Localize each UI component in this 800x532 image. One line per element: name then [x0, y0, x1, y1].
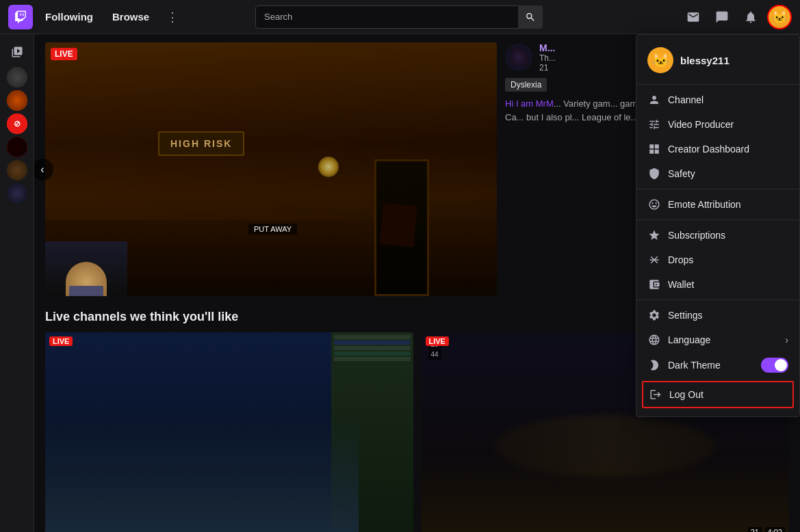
star-icon: [647, 228, 661, 242]
moon-icon: [647, 358, 661, 372]
search-button[interactable]: [518, 5, 543, 29]
webcam-person: [45, 241, 127, 296]
card-duration-2: 4:02: [765, 527, 785, 532]
sidebar-avatar-2[interactable]: [7, 90, 27, 111]
stream-desc-highlight: Hi I am MrM: [505, 98, 554, 109]
inbox-button[interactable]: [681, 5, 706, 29]
sidebar: ⊘: [0, 34, 34, 532]
card-live-badge-1: LIVE: [49, 336, 73, 346]
emoji-icon: [647, 198, 661, 211]
sidebar-avatar-3[interactable]: ⊘: [7, 114, 27, 134]
dropdown-wallet-label: Wallet: [668, 279, 694, 290]
channel-header: M... Th... 21: [505, 42, 656, 72]
dropdown-item-dark-theme[interactable]: Dark Theme: [636, 352, 799, 378]
dropdown-user-avatar: 🐱: [647, 47, 673, 73]
dropdown-item-subscriptions[interactable]: Subscriptions: [636, 223, 799, 248]
dropdown-divider-1: [636, 84, 799, 85]
high-risk-sign: HIGH RISK: [158, 131, 244, 156]
sidebar-avatar-5[interactable]: [7, 160, 27, 181]
channel-card-1[interactable]: LIVE: [45, 332, 413, 532]
webcam-overlay: [45, 241, 127, 296]
more-nav-button[interactable]: ⋮: [162, 6, 183, 28]
gear-icon: [647, 308, 661, 322]
chat-icon: [715, 10, 729, 24]
live-badge: LIVE: [51, 48, 77, 60]
light-fixture: [318, 157, 339, 177]
dropdown-item-language[interactable]: Language ›: [636, 328, 799, 352]
card-live-badge-2: LIVE: [426, 336, 449, 346]
nav-right-icons: 🐱: [681, 5, 792, 29]
dropdown-safety-label: Safety: [668, 168, 695, 179]
sidebar-avatar-4[interactable]: [7, 137, 27, 157]
stream-video-section: HIGH RISK PUT AWAY: [45, 42, 497, 296]
dropdown-item-drops[interactable]: Drops: [636, 248, 799, 272]
dropdown-logout-label: Log Out: [669, 389, 704, 400]
dropdown-item-video-producer[interactable]: Video Producer: [636, 112, 799, 137]
video-player[interactable]: HIGH RISK PUT AWAY: [45, 42, 497, 296]
sliders-icon: [647, 118, 661, 131]
dropdown-divider-4: [636, 300, 799, 300]
user-dropdown-menu: 🐱 blessy211 Channel Video Producer Creat…: [636, 34, 800, 417]
dropdown-item-settings[interactable]: Settings: [636, 303, 799, 328]
sidebar-video-icon[interactable]: [5, 40, 29, 64]
dropdown-video-producer-label: Video Producer: [668, 119, 734, 130]
dropdown-item-safety[interactable]: Safety: [636, 161, 799, 186]
following-nav-link[interactable]: Following: [38, 7, 100, 27]
globe-icon: [647, 333, 661, 347]
dropdown-item-creator-dashboard[interactable]: Creator Dashboard: [636, 137, 799, 161]
dropdown-item-wallet[interactable]: Wallet: [636, 272, 799, 297]
search-container: [255, 5, 543, 29]
user-avatar-button[interactable]: 🐱: [767, 5, 792, 29]
twitch-logo[interactable]: [8, 5, 33, 29]
dropdown-drops-label: Drops: [668, 254, 693, 265]
sidebar-avatar-1[interactable]: [7, 67, 27, 88]
dark-theme-toggle[interactable]: [761, 358, 788, 373]
dropdown-user-section: 🐱 blessy211: [636, 40, 799, 81]
person-icon: [647, 93, 661, 107]
sidebar-avatar-6[interactable]: [7, 183, 27, 204]
dropdown-divider-2: [636, 189, 799, 189]
search-input[interactable]: [255, 5, 543, 29]
stream-description: Hi I am MrM... Variety gam... game is Ca…: [505, 97, 656, 124]
dyslexia-tag[interactable]: Dyslexia: [505, 78, 547, 92]
dropdown-channel-label: Channel: [668, 94, 704, 105]
dropdown-item-channel[interactable]: Channel: [636, 88, 799, 112]
video-icon: [11, 46, 23, 58]
stream-info-panel: M... Th... 21 Dyslexia Hi I am MrM... Va…: [505, 42, 656, 296]
card-viewers-2: 21: [748, 527, 762, 532]
dropdown-dark-theme-label: Dark Theme: [668, 360, 721, 371]
top-navigation: Following Browse ⋮ 🐱: [0, 0, 800, 34]
dropdown-item-emote[interactable]: Emote Attribution: [636, 192, 799, 217]
twitch-icon: [13, 10, 28, 25]
browse-nav-link[interactable]: Browse: [105, 7, 156, 27]
dropdown-subscriptions-label: Subscriptions: [668, 230, 725, 241]
inbox-icon: [686, 10, 700, 24]
dropdown-settings-label: Settings: [668, 310, 703, 321]
svg-rect-0: [649, 259, 659, 261]
dropdown-creator-dashboard-label: Creator Dashboard: [668, 144, 749, 155]
thumb-bg-1: [45, 332, 413, 532]
dropdown-divider-3: [636, 220, 799, 220]
dropdown-language-label: Language: [668, 334, 710, 345]
wallet-icon: [647, 278, 661, 291]
channel-thumb-1: LIVE: [45, 332, 413, 532]
notifications-button[interactable]: [738, 5, 763, 29]
dropdown-item-logout[interactable]: Log Out: [642, 381, 794, 408]
logout-icon: [649, 388, 662, 401]
channel-avatar[interactable]: [505, 44, 532, 71]
language-chevron-icon: ›: [785, 334, 788, 345]
bell-icon: [744, 10, 758, 24]
search-icon: [525, 12, 536, 23]
put-away-label: PUT AWAY: [248, 224, 297, 235]
dropdown-username: blessy211: [680, 55, 730, 66]
drops-icon: [647, 253, 661, 267]
chat-button[interactable]: [710, 5, 734, 29]
shield-icon: [647, 167, 661, 181]
grid-icon: [647, 142, 661, 156]
dropdown-emote-label: Emote Attribution: [668, 199, 741, 210]
